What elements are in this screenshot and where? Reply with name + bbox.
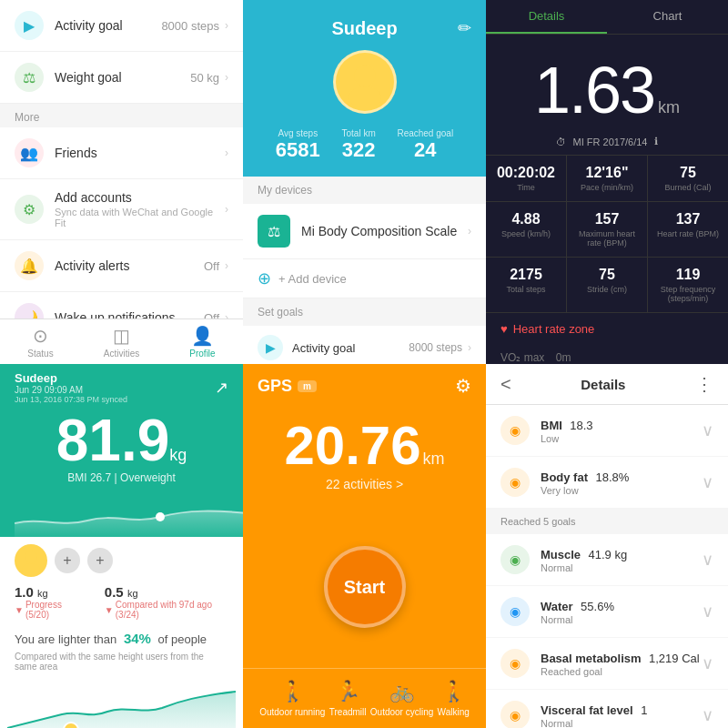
profile-stats: Avg steps 6581 Total km 322 Reached goal… — [258, 128, 471, 162]
weight-share-button[interactable]: ↗ — [215, 378, 228, 398]
bmi-row[interactable]: ◉ BMI 18.3 Low ∨ — [486, 405, 728, 456]
muscle-expand-icon: ∨ — [702, 550, 713, 570]
nav-activities[interactable]: ◫ Activities — [81, 319, 162, 364]
start-button[interactable]: Start — [324, 546, 406, 628]
run-date: ⏱ MI FR 2017/6/14 ℹ — [486, 132, 728, 155]
basal-info: Basal metabolism 1,219 Cal Reached goal — [541, 650, 702, 677]
stat-speed: 4.88 Speed (km/h) — [486, 202, 566, 257]
weight-compare-metric: 0.5 kg ▼Compared with 97d ago (3/24) — [105, 584, 228, 620]
cycling-item[interactable]: 🚲 Outdoor cycling — [370, 680, 433, 717]
basal-icon: ◉ — [500, 649, 530, 678]
profile-panel: Sudeep ✏ Avg steps 6581 Total km 322 Rea… — [243, 0, 486, 364]
run-stats-grid: 00:20:02 Time 12'16" Pace (min/km) 75 Bu… — [486, 155, 728, 313]
water-item: ◉ Water 55.6% Normal ∨ — [486, 586, 728, 637]
svg-point-2 — [156, 512, 165, 521]
bmi-name: BMI — [541, 419, 562, 432]
nav-profile[interactable]: 👤 Profile — [162, 319, 243, 364]
add-weight-button[interactable]: + — [87, 548, 113, 573]
weight-user-name: Sudeep — [15, 371, 127, 385]
weight-progress-metric: 1.0 kg ▼Progress (5/20) — [15, 584, 83, 620]
tab-chart[interactable]: Chart — [607, 0, 728, 34]
hr-label: Heart rate zone — [513, 322, 595, 336]
status-nav-label: Status — [27, 349, 53, 359]
cycling-icon: 🚲 — [389, 680, 414, 703]
date-icon: ⏱ — [556, 136, 566, 147]
settings-panel: ▶ Activity goal 8000 steps › ⚖ Weight go… — [0, 0, 243, 364]
outdoor-running-item[interactable]: 🚶 Outdoor running — [259, 680, 325, 717]
people-suffix: of people — [158, 632, 207, 646]
visceral-value: 1 — [641, 703, 647, 717]
tab-details[interactable]: Details — [486, 0, 607, 34]
bottom-navigation: ⊙ Status ◫ Activities 👤 Profile — [0, 318, 243, 364]
people-comparison: You are lighter than 34% of people — [0, 627, 243, 650]
body-fat-row[interactable]: ◉ Body fat 18.8% Very low ∨ — [486, 457, 728, 508]
gps-panel: GPS m ⚙ 20.76km 22 activities > Start 🚶 … — [243, 364, 486, 728]
stat-time: 00:20:02 Time — [486, 156, 566, 201]
add-accounts-arrow: › — [225, 203, 228, 216]
gps-activities-link[interactable]: 22 activities > — [243, 477, 486, 506]
start-button-area: Start — [243, 506, 486, 668]
stat-steps-label: Total steps — [493, 285, 559, 294]
distance-unit: km — [658, 98, 680, 116]
activity-alerts-item[interactable]: 🔔 Activity alerts Off › — [0, 240, 243, 292]
activity-goal-icon-p2: ▶ — [258, 335, 283, 360]
walking-item[interactable]: 🚶 Walking — [438, 680, 470, 717]
stat-burned-label: Burned (Cal) — [655, 183, 721, 192]
edit-profile-button[interactable]: ✏ — [458, 18, 471, 38]
basal-expand-icon: ∨ — [702, 653, 713, 673]
activities-nav-icon: ◫ — [113, 325, 130, 347]
people-sub: Compared with the same height users from… — [0, 650, 243, 673]
body-fat-value: 18.8% — [595, 470, 629, 484]
stat-steps: 2175 Total steps — [486, 258, 566, 312]
treadmill-item[interactable]: 🏃 Treadmill — [329, 680, 367, 717]
device-item[interactable]: ⚖ Mi Body Composition Scale › — [243, 204, 486, 259]
avatar — [333, 50, 397, 114]
info-icon: ℹ — [654, 136, 658, 147]
visceral-info: Visceral fat level 1 Normal — [541, 702, 702, 728]
friends-item[interactable]: 👥 Friends › — [0, 127, 243, 179]
stat-freq-value: 119 — [655, 267, 721, 283]
avg-steps-value: 6581 — [276, 138, 320, 162]
nav-status[interactable]: ⊙ Status — [0, 319, 81, 364]
basal-row[interactable]: ◉ Basal metabolism 1,219 Cal Reached goa… — [486, 638, 728, 689]
stat-pace-label: Pace (min/km) — [574, 183, 640, 192]
weight-avatars: + + — [15, 544, 113, 577]
weight-chart — [15, 491, 228, 537]
more-button[interactable]: ⋮ — [695, 373, 713, 395]
details-tabs: Details Chart — [486, 0, 728, 35]
activity-goal-item[interactable]: ▶ Activity goal 8000 steps › — [0, 0, 243, 52]
set-goals-title: Set goals — [243, 298, 486, 326]
back-button[interactable]: < — [500, 374, 511, 395]
activity-goal-item-p2[interactable]: ▶ Activity goal 8000 steps › — [243, 326, 486, 364]
reached-goal-stat: Reached goal 24 — [397, 128, 453, 162]
visceral-row[interactable]: ◉ Visceral fat level 1 Normal ∨ — [486, 690, 728, 728]
profile-body: My devices ⚖ Mi Body Composition Scale ›… — [243, 177, 486, 364]
weight-goal-arrow: › — [225, 71, 228, 84]
water-row[interactable]: ◉ Water 55.6% Normal ∨ — [486, 586, 728, 637]
add-accounts-item[interactable]: ⚙ Add accounts Sync data with WeChat and… — [0, 179, 243, 240]
stat-hr: 137 Heart rate (BPM) — [648, 202, 728, 257]
progress-label: ▼Progress (5/20) — [15, 600, 83, 620]
add-device-label: + Add device — [278, 272, 347, 286]
add-user-button[interactable]: + — [55, 548, 80, 573]
muscle-row[interactable]: ◉ Muscle 41.9 kg Normal ∨ — [486, 534, 728, 585]
weight-goal-item[interactable]: ⚖ Weight goal 50 kg › — [0, 52, 243, 104]
visceral-expand-icon: ∨ — [702, 705, 713, 725]
gps-gear-icon[interactable]: ⚙ — [455, 375, 471, 397]
weight-value: 81.9 — [56, 408, 170, 473]
stat-max-hr-value: 157 — [574, 211, 640, 228]
weight-display: 81.9kg — [15, 404, 228, 471]
bmi-icon: ◉ — [500, 416, 530, 445]
stat-burned-value: 75 — [655, 165, 721, 181]
weight-bottom: + + 1.0 kg ▼Progress (5/20) 0.5 kg ▼Comp… — [0, 537, 243, 728]
progress-value: 1.0 kg — [15, 584, 83, 600]
run-details-panel: Details Chart 1.63km ⏱ MI FR 2017/6/14 ℹ… — [486, 0, 728, 364]
add-device-button[interactable]: ⊕ + Add device — [243, 259, 486, 298]
stat-stride-label: Stride (cm) — [574, 285, 640, 294]
bmi-status: Low — [541, 433, 702, 444]
activity-alerts-label: Activity alerts — [55, 258, 204, 273]
weight-top-bar: Sudeep Jun 29 09:09 AM Jun 13, 2016 07:3… — [15, 371, 228, 404]
stat-burned: 75 Burned (Cal) — [648, 156, 728, 201]
activity-goal-label: Activity goal — [55, 18, 161, 33]
muscle-value: 41.9 kg — [589, 548, 628, 561]
